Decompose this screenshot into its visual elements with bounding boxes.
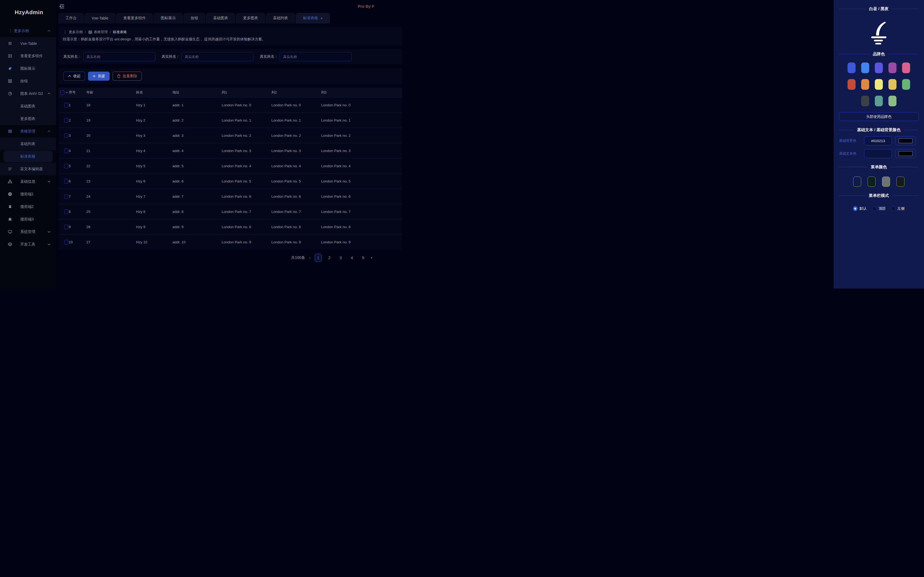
batch-delete-button[interactable]: 批量删除 bbox=[113, 72, 142, 81]
tab-基础列表[interactable]: 基础列表 bbox=[266, 13, 295, 24]
sidebar-item-微前端3[interactable]: 微前端3 bbox=[0, 213, 56, 226]
sidebar-item-按钮[interactable]: 按钮 bbox=[0, 75, 56, 87]
table-cell-name: Hzy 5 bbox=[136, 164, 173, 168]
sidebar-item-微前端1[interactable]: 微前端1 bbox=[0, 188, 56, 200]
tab-按钮[interactable]: 按钮 bbox=[183, 13, 205, 24]
dots-vertical-icon bbox=[8, 29, 13, 34]
sidebar-item-label: 微前端2 bbox=[0, 205, 34, 209]
sidebar-item-label: 开发工具 bbox=[0, 242, 35, 247]
sidebar-item-图标展示[interactable]: 图标展示 bbox=[0, 62, 56, 75]
tab-基础图表[interactable]: 基础图表 bbox=[206, 13, 235, 24]
table-cell-addr: addr. 8 bbox=[173, 210, 221, 214]
select-all-checkbox[interactable] bbox=[60, 90, 65, 95]
tab-label: 基础列表 bbox=[273, 16, 288, 21]
pagination-page-3[interactable]: 3 bbox=[337, 254, 344, 262]
table-row[interactable]: 421Hzy 4addr. 4London Park no. 3London P… bbox=[58, 143, 402, 158]
sidebar-item-查看更多组件[interactable]: 查看更多组件 bbox=[0, 50, 56, 62]
pagination-page-1[interactable]: 1 bbox=[315, 254, 321, 262]
select-caret-icon[interactable] bbox=[66, 91, 68, 94]
sidebar-item-基础信息[interactable]: 基础信息 bbox=[0, 175, 56, 188]
table-cell-no: 7 bbox=[69, 195, 86, 198]
table-cell-c3: London Park no. 5 bbox=[321, 179, 402, 183]
table-cell-age: 19 bbox=[86, 118, 136, 122]
pagination-page-2[interactable]: 2 bbox=[326, 254, 333, 262]
row-checkbox[interactable] bbox=[64, 179, 68, 184]
sidebar-item-基础列表[interactable]: 基础列表 bbox=[0, 137, 56, 150]
table-cell-name: Hzy 7 bbox=[136, 195, 173, 198]
row-checkbox[interactable] bbox=[64, 133, 68, 138]
table-cell-c3: London Park no. 7 bbox=[321, 210, 402, 214]
table-row[interactable]: 926Hzy 9addr. 9London Park no. 8London P… bbox=[58, 219, 402, 234]
sidebar-item-富文本编辑器[interactable]: 富文本编辑器 bbox=[0, 163, 56, 175]
breadcrumb-separator: / bbox=[85, 30, 86, 34]
pagination-page-4[interactable]: 4 bbox=[348, 254, 355, 262]
table-icon bbox=[8, 129, 12, 134]
table-column-header: 地址 bbox=[173, 90, 221, 95]
sidebar-item-微前端2[interactable]: 微前端2 bbox=[0, 200, 56, 213]
breadcrumb-label: 表格管理 bbox=[94, 30, 108, 34]
breadcrumb-item[interactable]: 表格管理 bbox=[88, 30, 108, 34]
tab-图标展示[interactable]: 图标展示 bbox=[153, 13, 183, 24]
sidebar-item-更多图表[interactable]: 更多图表 bbox=[0, 113, 56, 125]
real-name-input[interactable] bbox=[83, 52, 155, 61]
row-checkbox[interactable] bbox=[64, 240, 68, 244]
row-checkbox[interactable] bbox=[64, 210, 68, 214]
tab-label: 标准表格 bbox=[303, 16, 318, 21]
pagination-page-5[interactable]: 5 bbox=[360, 254, 367, 262]
chevron-up-icon bbox=[47, 129, 51, 134]
sidebar-item-标准表格[interactable]: 标准表格 bbox=[3, 151, 53, 162]
row-checkbox[interactable] bbox=[64, 148, 68, 153]
real-name-input[interactable] bbox=[181, 52, 254, 61]
tab-查看更多组件[interactable]: 查看更多组件 bbox=[116, 13, 153, 24]
table-row[interactable]: 320Hzy 3addr. 3London Park no. 2London P… bbox=[58, 128, 402, 143]
table-cell-c1: London Park no. 4 bbox=[221, 164, 271, 168]
table-cell-c2: London Park no. 6 bbox=[271, 195, 321, 198]
tab-Vxe-Table[interactable]: Vxe-Table bbox=[84, 13, 115, 24]
breadcrumb-item[interactable]: 更多示例 bbox=[63, 30, 82, 34]
sidebar-item-更多示例[interactable]: 更多示例 bbox=[0, 24, 56, 37]
table-cell-addr: addr. 7 bbox=[173, 195, 221, 198]
pagination: 共100条‹12345• bbox=[58, 254, 402, 262]
row-checkbox[interactable] bbox=[64, 118, 68, 122]
monitor-icon bbox=[8, 229, 12, 234]
table-header-row: 序号年龄姓名地址列1列2列3 bbox=[58, 88, 402, 97]
breadcrumb-separator: / bbox=[110, 30, 111, 34]
table-row[interactable]: 219Hzy 2addr. 2London Park no. 1London P… bbox=[58, 113, 402, 128]
table-row[interactable]: 1027Hzy 10addr. 10London Park no. 9Londo… bbox=[58, 234, 402, 250]
table-cell-no: 10 bbox=[69, 240, 86, 244]
sidebar-item-label: 基础列表 bbox=[0, 142, 35, 147]
tab-更多图表[interactable]: 更多图表 bbox=[236, 13, 265, 24]
tab-close-icon[interactable]: × bbox=[321, 16, 323, 20]
collapse-button[interactable]: 收起 bbox=[63, 72, 85, 81]
tab-工作台[interactable]: 工作台 bbox=[58, 13, 84, 24]
table-row[interactable]: 118Hzy 1addr. 1London Park no. 0London P… bbox=[58, 97, 402, 113]
table-row[interactable]: 522Hzy 5addr. 5London Park no. 4London P… bbox=[58, 158, 402, 173]
table-cell-addr: addr. 10 bbox=[173, 240, 221, 244]
sidebar-item-Vxe-Table[interactable]: Vxe-Table bbox=[0, 37, 56, 50]
real-name-input[interactable] bbox=[279, 52, 352, 61]
sidebar-item-图表 AntV G2[interactable]: 图表 AntV G2 bbox=[0, 87, 56, 100]
row-checkbox[interactable] bbox=[64, 225, 68, 229]
menu-fold-icon[interactable] bbox=[59, 4, 65, 9]
pagination-more[interactable]: • bbox=[371, 256, 372, 260]
breadcrumb-item[interactable]: 标准表格 bbox=[113, 30, 127, 34]
create-button[interactable]: 新建 bbox=[88, 72, 110, 81]
table-cell-addr: addr. 1 bbox=[173, 103, 221, 107]
row-checkbox[interactable] bbox=[64, 194, 68, 199]
table-row[interactable]: 825Hzy 8addr. 8London Park no. 7London P… bbox=[58, 204, 402, 219]
table-cell-name: Hzy 9 bbox=[136, 225, 173, 229]
pagination-total: 共100条 bbox=[291, 255, 305, 260]
sidebar-item-开发工具[interactable]: 开发工具 bbox=[0, 238, 56, 251]
table-cell-age: 24 bbox=[86, 195, 136, 198]
row-checkbox[interactable] bbox=[64, 103, 68, 107]
sidebar-item-表格管理[interactable]: 表格管理 bbox=[0, 125, 56, 137]
table-row[interactable]: 724Hzy 7addr. 7London Park no. 6London P… bbox=[58, 189, 402, 204]
android-icon bbox=[8, 205, 12, 209]
tab-标准表格[interactable]: 标准表格× bbox=[296, 13, 330, 24]
sidebar-item-系统管理[interactable]: 系统管理 bbox=[0, 226, 56, 238]
table-cell-age: 25 bbox=[86, 210, 136, 214]
table-row[interactable]: 623Hzy 6addr. 6London Park no. 5London P… bbox=[58, 173, 402, 189]
pagination-prev-icon[interactable]: ‹ bbox=[309, 256, 310, 260]
row-checkbox[interactable] bbox=[64, 164, 68, 168]
sidebar-item-基础图表[interactable]: 基础图表 bbox=[0, 100, 56, 113]
